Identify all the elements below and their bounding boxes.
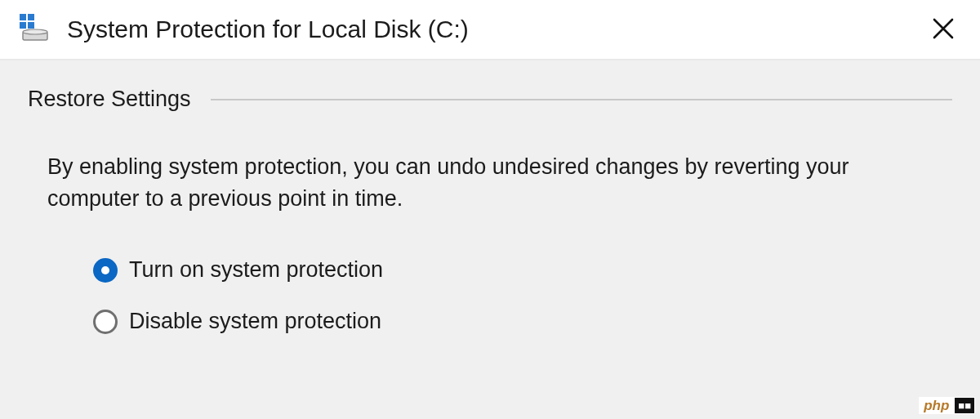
close-icon: [932, 17, 955, 43]
section-header: Restore Settings: [28, 87, 952, 112]
close-button[interactable]: [924, 11, 962, 49]
radio-label: Turn on system protection: [129, 257, 383, 283]
watermark-left: php: [919, 397, 954, 414]
radio-selected-icon: [93, 258, 118, 283]
section-title: Restore Settings: [28, 87, 211, 112]
content-area: Restore Settings By enabling system prot…: [0, 60, 980, 334]
radio-turn-on-protection[interactable]: Turn on system protection: [93, 257, 952, 283]
svg-rect-0: [20, 14, 26, 20]
window-title: System Protection for Local Disk (C:): [67, 16, 469, 43]
titlebar: System Protection for Local Disk (C:): [0, 0, 980, 60]
radio-label: Disable system protection: [129, 309, 381, 334]
drive-icon: [18, 12, 52, 47]
watermark: php ■■: [919, 394, 975, 416]
svg-rect-3: [28, 22, 34, 29]
svg-rect-2: [20, 22, 26, 29]
section-description: By enabling system protection, you can u…: [47, 151, 897, 215]
section-divider: [211, 99, 952, 100]
radio-unselected-icon: [93, 310, 118, 334]
protection-radio-group: Turn on system protection Disable system…: [93, 257, 952, 334]
radio-disable-protection[interactable]: Disable system protection: [93, 309, 952, 334]
svg-point-5: [23, 29, 47, 34]
svg-rect-1: [28, 14, 34, 20]
watermark-right: ■■: [954, 397, 975, 414]
